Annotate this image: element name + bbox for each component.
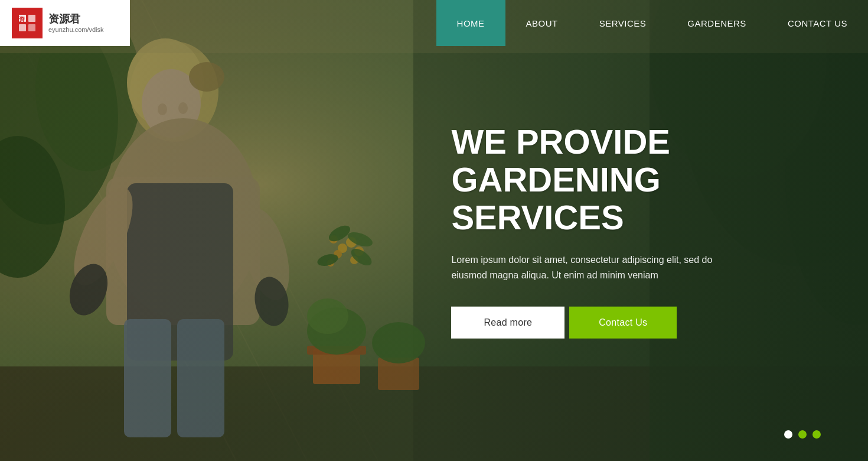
nav-item-gardeners[interactable]: GARDENERS — [667, 0, 767, 46]
hero-buttons: Read more Contact Us — [451, 306, 805, 338]
logo-chinese-name: 资源君 — [48, 13, 104, 26]
hero-title-line2: GARDENING SERVICES — [451, 160, 660, 236]
hero-subtitle: Lorem ipsum dolor sit amet, consectetur … — [451, 252, 735, 283]
carousel-dot-2[interactable] — [798, 430, 807, 439]
nav-item-about[interactable]: ABOUT — [505, 0, 579, 46]
logo-url: eyunzhu.com/vdisk — [48, 26, 104, 33]
contact-us-button[interactable]: Contact Us — [569, 306, 677, 338]
logo-icon: 资 — [12, 8, 43, 38]
nav-links: HOME ABOUT SERVICES GARDENERS CONTACT US — [436, 0, 868, 46]
nav-item-services[interactable]: SERVICES — [579, 0, 667, 46]
carousel-dot-1[interactable] — [784, 430, 792, 439]
carousel-dots — [784, 430, 821, 439]
logo: 资 资源君 eyunzhu.com/vdisk — [12, 8, 104, 38]
hero-title: WE PROVIDE GARDENING SERVICES — [451, 123, 805, 236]
nav-item-contact[interactable]: CONTACT US — [767, 0, 868, 46]
read-more-button[interactable]: Read more — [451, 306, 564, 338]
logo-area: 资 资源君 eyunzhu.com/vdisk — [0, 0, 130, 46]
svg-text:资: 资 — [19, 16, 25, 22]
logo-text: 资源君 eyunzhu.com/vdisk — [48, 13, 104, 33]
carousel-dot-3[interactable] — [812, 430, 821, 439]
navbar: 资 资源君 eyunzhu.com/vdisk HOME ABOUT SERVI… — [0, 0, 868, 46]
svg-rect-49 — [28, 15, 35, 22]
hero-section: 资 资源君 eyunzhu.com/vdisk HOME ABOUT SERVI… — [0, 0, 868, 461]
svg-rect-51 — [28, 24, 35, 31]
svg-rect-50 — [19, 24, 26, 31]
hero-content: WE PROVIDE GARDENING SERVICES Lorem ipsu… — [451, 123, 805, 339]
hero-title-line1: WE PROVIDE — [451, 122, 670, 161]
nav-item-home[interactable]: HOME — [436, 0, 505, 46]
